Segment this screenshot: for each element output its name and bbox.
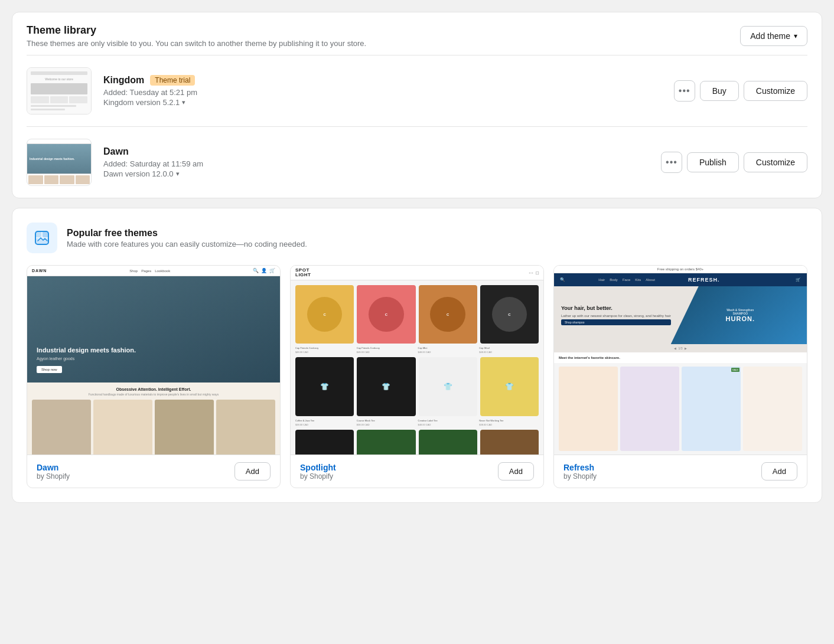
refresh-product-2 [620, 367, 679, 451]
spotlight-card-author: by Shopify [300, 472, 336, 480]
chevron-down-icon: ▾ [794, 32, 797, 40]
kingdom-thumbnail: Welcome to our store [27, 67, 92, 115]
refresh-product-3: SALE [682, 367, 741, 451]
ellipsis-icon: ••• [679, 86, 690, 96]
kingdom-version-row: Kingdom version 5.2.1 ▾ [103, 98, 662, 107]
refresh-nav: 🔍 HairBodyFaceKitsAbout REFRESH. 🛒 [554, 273, 807, 286]
themes-grid: DAWN ShopPagesLookbook 🔍👤🛒 Industrial de… [27, 265, 807, 488]
refresh-card-author: by Shopify [563, 472, 597, 480]
theme-item-dawn: Industrial design meets fashion. Dawn Ad… [12, 127, 822, 198]
spotlight-card: SPOTLIGHT ⋯□ C C [290, 265, 544, 488]
popular-icon-box [27, 223, 57, 253]
kingdom-name: Kingdom [103, 75, 144, 86]
cart-icon: 🛒 [796, 277, 801, 282]
dawn-card-footer: Dawn by Shopify Add [27, 455, 280, 488]
refresh-bottle: Wash & Strengthen SHAMPOO HURON. [671, 286, 807, 344]
ellipsis-icon-2: ••• [666, 157, 677, 168]
spotlight-card-link[interactable]: Spotlight [300, 463, 336, 472]
refresh-card-preview: Free shipping on orders $40+ 🔍 HairBodyF… [554, 266, 807, 455]
header-left: Theme library These themes are only visi… [27, 24, 366, 48]
page-title: Theme library [27, 24, 366, 37]
popular-themes-card: Popular free themes Made with core featu… [12, 208, 822, 503]
svg-rect-1 [35, 231, 41, 237]
refresh-hero-content: Your hair, but better. Lather up with ou… [554, 298, 678, 332]
kingdom-version: Kingdom version 5.2.1 [103, 98, 180, 107]
refresh-card-info: Refresh by Shopify [563, 463, 597, 480]
refresh-add-button[interactable]: Add [761, 462, 797, 480]
dawn-publish-button[interactable]: Publish [687, 152, 739, 172]
dawn-card-author: by Shopify [37, 472, 70, 480]
kingdom-name-row: Kingdom Theme trial [103, 75, 662, 86]
kingdom-more-button[interactable]: ••• [674, 80, 695, 102]
refresh-card-link[interactable]: Refresh [563, 463, 594, 472]
theme-library-header: Theme library These themes are only visi… [12, 12, 822, 55]
refresh-card-footer: Refresh by Shopify Add [554, 455, 807, 488]
dawn-customize-button[interactable]: Customize [744, 152, 807, 172]
dawn-card-link[interactable]: Dawn [37, 463, 58, 472]
add-theme-button[interactable]: Add theme ▾ [740, 26, 807, 46]
spotlight-card-preview: SPOTLIGHT ⋯□ C C [291, 266, 543, 455]
version-chevron-icon[interactable]: ▾ [182, 99, 185, 106]
refresh-hero-cta: Shop shampoo [561, 319, 671, 325]
themes-icon [34, 230, 50, 246]
refresh-product-4 [743, 367, 802, 451]
spotlight-card-footer: Spotlight by Shopify Add [291, 455, 543, 488]
theme-library-card: Theme library These themes are only visi… [12, 12, 822, 198]
dawn-add-button[interactable]: Add [234, 462, 271, 480]
refresh-card: Free shipping on orders $40+ 🔍 HairBodyF… [553, 265, 807, 488]
kingdom-actions: ••• Buy Customize [674, 80, 807, 102]
spotlight-add-button[interactable]: Add [498, 462, 534, 480]
search-icon: 🔍 [560, 277, 565, 282]
dawn-version: Dawn version 12.0.0 [103, 169, 174, 178]
refresh-product-1 [559, 367, 618, 451]
theme-item-kingdom: Welcome to our store Kingdom Theme trial [12, 55, 822, 126]
dawn-thumbnail: Industrial design meets fashion. [27, 139, 92, 186]
kingdom-badge: Theme trial [150, 75, 195, 86]
dawn-version-chevron-icon[interactable]: ▾ [176, 170, 180, 178]
page-subtitle: These themes are only visible to you. Yo… [27, 39, 366, 48]
kingdom-added: Added: Tuesday at 5:21 pm [103, 88, 662, 97]
dawn-card: DAWN ShopPagesLookbook 🔍👤🛒 Industrial de… [27, 265, 281, 488]
spotlight-card-info: Spotlight by Shopify [300, 463, 336, 480]
popular-subtitle: Made with core features you can easily c… [67, 240, 307, 249]
refresh-hero-title: Your hair, but better. [561, 305, 671, 312]
page-wrapper: Theme library These themes are only visi… [0, 0, 834, 515]
kingdom-buy-button[interactable]: Buy [700, 81, 739, 101]
dawn-info: Dawn Added: Saturday at 11:59 am Dawn ve… [103, 146, 649, 178]
svg-rect-2 [43, 231, 48, 237]
refresh-brand: HURON. [726, 315, 755, 322]
dawn-added: Added: Saturday at 11:59 am [103, 159, 649, 168]
add-theme-label: Add theme [750, 31, 790, 41]
kingdom-customize-button[interactable]: Customize [744, 81, 807, 101]
refresh-skincare-label: Meet the internet's favorite skincare. [554, 352, 807, 363]
popular-themes-header: Popular free themes Made with core featu… [27, 223, 807, 253]
dawn-more-button[interactable]: ••• [661, 152, 682, 173]
dawn-actions: ••• Publish Customize [661, 152, 807, 173]
dawn-card-info: Dawn by Shopify [37, 463, 70, 480]
dawn-card-preview: DAWN ShopPagesLookbook 🔍👤🛒 Industrial de… [27, 266, 280, 455]
dawn-name-row: Dawn [103, 146, 649, 157]
popular-title: Popular free themes [67, 228, 307, 238]
refresh-products: SALE [554, 363, 807, 455]
popular-themes-header-text: Popular free themes Made with core featu… [67, 228, 307, 249]
dawn-name: Dawn [103, 146, 129, 157]
refresh-hero: Your hair, but better. Lather up with ou… [554, 286, 807, 344]
kingdom-info: Kingdom Theme trial Added: Tuesday at 5:… [103, 75, 662, 107]
dawn-version-row: Dawn version 12.0.0 ▾ [103, 169, 649, 178]
refresh-hero-sub: Lather up with our newest shampoo for cl… [561, 314, 671, 318]
